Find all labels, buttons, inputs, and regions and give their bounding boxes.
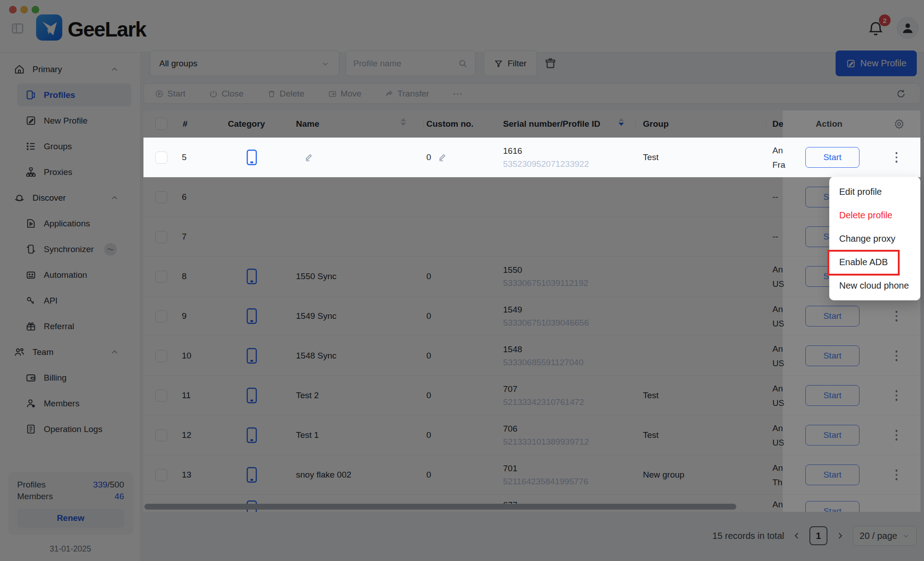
menu-item-new-cloud-phone[interactable]: New cloud phone (829, 274, 920, 297)
group-value: Test (643, 138, 659, 177)
custom-no-value: 0 (426, 152, 431, 162)
table-row: 5 0 1616 535230952071233922 Test An Fra … (143, 138, 920, 177)
menu-item-edit-profile[interactable]: Edit profile (829, 180, 920, 203)
row-checkbox[interactable] (155, 152, 167, 164)
row-number: 5 (182, 138, 187, 177)
device-line2: Fra (772, 158, 785, 172)
menu-item-change-proxy[interactable]: Change proxy (829, 227, 920, 250)
geelark-app-window: GeeLark 2 Primary Profiles New Profile (0, 0, 924, 561)
serial-number: 1616 (503, 144, 589, 157)
edit-custom-no-pencil-icon[interactable] (437, 152, 448, 163)
row-more-menu-icon[interactable] (892, 150, 901, 165)
start-button[interactable]: Start (805, 147, 859, 168)
device-line1: An (772, 143, 785, 158)
menu-item-delete-profile[interactable]: Delete profile (829, 203, 920, 227)
row-context-menu: Edit profile Delete profile Change proxy… (829, 177, 920, 300)
menu-item-enable-adb[interactable]: Enable ADB (829, 250, 920, 274)
edit-name-pencil-icon[interactable] (303, 152, 314, 163)
profile-id: 535230952071233922 (503, 157, 589, 170)
cloud-phone-icon (246, 149, 257, 166)
